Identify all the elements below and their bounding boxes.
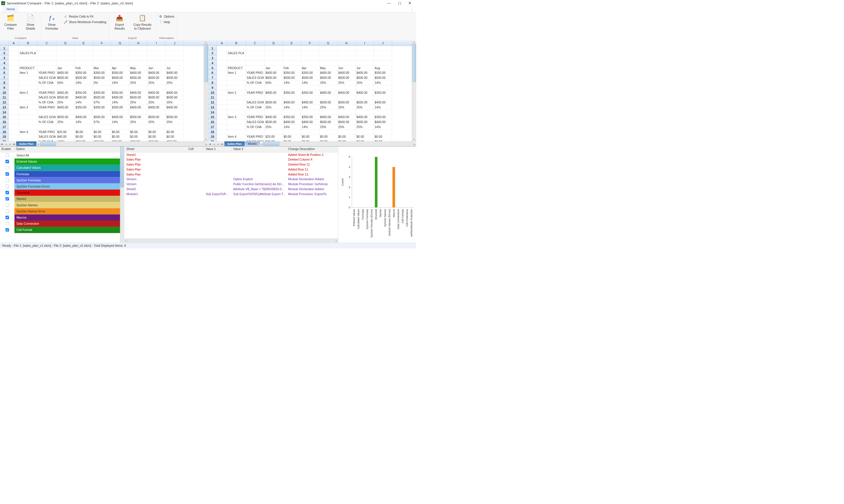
- cell[interactable]: 14%: [301, 105, 319, 110]
- cell[interactable]: [147, 51, 166, 56]
- cell[interactable]: $400.00: [265, 90, 283, 95]
- cell[interactable]: [93, 61, 111, 66]
- row-header[interactable]: 20: [208, 139, 217, 141]
- cell[interactable]: SALES GOA: [246, 75, 265, 80]
- cell[interactable]: $500.00: [374, 75, 392, 80]
- row-header[interactable]: 3: [208, 56, 217, 61]
- cell[interactable]: 25%: [166, 120, 184, 125]
- cell[interactable]: 25%: [356, 125, 374, 129]
- cell[interactable]: $500.00: [265, 100, 283, 105]
- cell[interactable]: $0.00: [74, 129, 93, 134]
- cell[interactable]: [129, 85, 147, 90]
- cell[interactable]: [301, 110, 319, 115]
- column-header-d[interactable]: D: [56, 41, 74, 46]
- cell[interactable]: $0.00: [74, 134, 93, 140]
- column-header-b[interactable]: B: [227, 41, 246, 46]
- cell[interactable]: $20.00: [265, 134, 283, 140]
- cell[interactable]: [319, 110, 337, 115]
- cell[interactable]: [356, 95, 374, 100]
- cell[interactable]: [56, 51, 74, 56]
- cell[interactable]: $500.00: [56, 95, 74, 100]
- cell[interactable]: $500.00: [319, 75, 337, 80]
- cell[interactable]: [283, 51, 301, 56]
- cell[interactable]: [301, 129, 319, 134]
- cell[interactable]: [227, 85, 246, 90]
- cell[interactable]: [166, 85, 184, 90]
- column-header-g[interactable]: G: [111, 41, 129, 46]
- option-checkbox[interactable]: [5, 222, 9, 225]
- column-header-d[interactable]: D: [265, 41, 283, 46]
- cell[interactable]: [37, 56, 56, 61]
- cell[interactable]: [374, 46, 392, 51]
- copy-results-button[interactable]: 📋 Copy Results to Clipboard: [131, 14, 153, 30]
- cell[interactable]: [129, 56, 147, 61]
- cell[interactable]: [319, 95, 337, 100]
- grid-corner[interactable]: [208, 41, 217, 46]
- cell[interactable]: $400.00: [129, 105, 147, 110]
- cell[interactable]: 14%: [111, 80, 129, 85]
- cell[interactable]: 25%: [147, 120, 166, 125]
- cell[interactable]: [265, 85, 283, 90]
- cell[interactable]: [283, 110, 301, 115]
- cell[interactable]: $350.00: [374, 115, 392, 120]
- cell[interactable]: May: [129, 66, 147, 71]
- sheet-nav-button[interactable]: ▸: [216, 142, 220, 146]
- cell[interactable]: $20.00: [56, 129, 74, 134]
- cell[interactable]: $350.00: [74, 105, 93, 110]
- cell[interactable]: [217, 95, 227, 100]
- cell[interactable]: [56, 61, 74, 66]
- row-header[interactable]: 7: [0, 75, 9, 80]
- cell[interactable]: #DIV/0!: [111, 139, 129, 141]
- cell[interactable]: 0%: [93, 80, 111, 85]
- cell[interactable]: [374, 56, 392, 61]
- cell[interactable]: $400.00: [166, 90, 184, 95]
- cell[interactable]: [19, 80, 37, 85]
- cell[interactable]: [19, 134, 37, 140]
- cell[interactable]: $400.00: [265, 115, 283, 120]
- cell[interactable]: $350.00: [301, 71, 319, 76]
- cell[interactable]: [337, 46, 356, 51]
- cell[interactable]: [217, 129, 227, 134]
- cell[interactable]: $400.00: [166, 105, 184, 110]
- cell[interactable]: % OF CHA: [37, 139, 56, 141]
- cell[interactable]: [19, 75, 37, 80]
- option-checkbox[interactable]: [5, 228, 9, 232]
- minimize-button[interactable]: —: [387, 1, 392, 5]
- results-header-cell[interactable]: Value 2: [231, 146, 286, 152]
- cell[interactable]: [19, 139, 37, 141]
- cell[interactable]: [111, 125, 129, 129]
- cell[interactable]: [356, 56, 374, 61]
- row-header[interactable]: 12: [0, 100, 9, 105]
- sheet-tab[interactable]: Sheet1: [245, 142, 259, 146]
- cell[interactable]: SALES GOA: [37, 115, 56, 120]
- option-label[interactable]: Data Connection: [14, 221, 120, 227]
- cell[interactable]: [374, 51, 392, 56]
- cell[interactable]: [9, 71, 19, 76]
- cell[interactable]: [283, 95, 301, 100]
- cell[interactable]: [93, 51, 111, 56]
- row-header[interactable]: 14: [0, 110, 9, 115]
- cell[interactable]: $350.00: [93, 71, 111, 76]
- cell[interactable]: $400.00: [283, 120, 301, 125]
- cell[interactable]: [129, 125, 147, 129]
- cell[interactable]: 50%: [265, 80, 283, 85]
- row-header[interactable]: 2: [0, 51, 9, 56]
- row-header[interactable]: 15: [208, 115, 217, 120]
- cell[interactable]: [227, 139, 246, 141]
- cell[interactable]: $400.00: [356, 71, 374, 76]
- cell[interactable]: [356, 46, 374, 51]
- cell[interactable]: $0.00: [337, 134, 356, 140]
- option-checkbox[interactable]: [5, 197, 9, 201]
- cell[interactable]: [166, 61, 184, 66]
- cell[interactable]: [217, 75, 227, 80]
- cell[interactable]: $400.00: [374, 100, 392, 105]
- results-row[interactable]: Sheet1Added Sheet At Position 2.: [124, 152, 338, 157]
- cell[interactable]: $400.00: [337, 71, 356, 76]
- column-header-e[interactable]: E: [74, 41, 93, 46]
- row-header[interactable]: 10: [208, 90, 217, 95]
- cell[interactable]: [217, 100, 227, 105]
- cell[interactable]: $350.00: [283, 90, 301, 95]
- results-header-cell[interactable]: Cell: [186, 146, 204, 152]
- cell[interactable]: [147, 110, 166, 115]
- cell[interactable]: $500.00: [337, 75, 356, 80]
